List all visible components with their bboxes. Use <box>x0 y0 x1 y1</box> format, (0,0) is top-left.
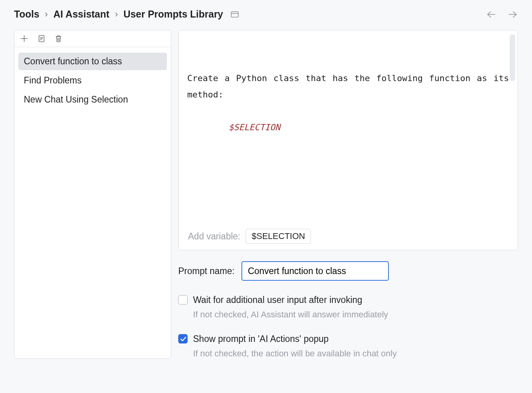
breadcrumb-ai-assistant[interactable]: AI Assistant <box>53 9 110 20</box>
add-prompt-icon[interactable] <box>20 34 28 43</box>
breadcrumb: Tools › AI Assistant › User Prompts Libr… <box>14 9 239 20</box>
show-in-actions-checkbox[interactable] <box>178 334 188 343</box>
variable-chip-selection[interactable]: $SELECTION <box>246 229 311 244</box>
copy-prompt-icon[interactable] <box>37 34 46 43</box>
prompt-list: Convert function to class Find Problems … <box>14 47 171 114</box>
nav-arrows <box>486 11 518 18</box>
breadcrumb-tools[interactable]: Tools <box>14 9 39 20</box>
prompt-variable-selection: $SELECTION <box>229 122 280 132</box>
detach-window-icon[interactable] <box>231 11 239 18</box>
wait-for-input-description: If not checked, AI Assistant will answer… <box>193 310 518 320</box>
add-variable-label: Add variable: <box>188 231 240 242</box>
forward-arrow-icon[interactable] <box>508 11 518 18</box>
wait-for-input-checkbox[interactable] <box>178 295 188 304</box>
editor-scrollbar[interactable] <box>510 34 515 81</box>
back-arrow-icon[interactable] <box>486 11 496 18</box>
sidebar-toolbar <box>14 30 171 47</box>
chevron-right-icon: › <box>45 9 48 19</box>
prompt-name-label: Prompt name: <box>178 266 234 276</box>
show-in-actions-description: If not checked, the action will be avail… <box>193 349 518 359</box>
prompt-item-find-problems[interactable]: Find Problems <box>18 72 167 89</box>
prompt-name-input[interactable] <box>241 261 389 281</box>
svg-rect-0 <box>231 12 238 17</box>
breadcrumb-user-prompts-library[interactable]: User Prompts Library <box>123 9 223 20</box>
prompt-body-text: Create a Python class that has the follo… <box>187 70 509 103</box>
wait-for-input-label: Wait for additional user input after inv… <box>193 294 362 306</box>
show-in-actions-label: Show prompt in 'AI Actions' popup <box>193 333 329 345</box>
delete-prompt-icon[interactable] <box>54 34 63 43</box>
prompt-item-new-chat-selection[interactable]: New Chat Using Selection <box>18 91 167 108</box>
prompts-sidebar: Convert function to class Find Problems … <box>14 30 171 359</box>
chevron-right-icon: › <box>115 9 118 19</box>
prompt-item-convert-function[interactable]: Convert function to class <box>18 53 167 70</box>
prompt-editor[interactable]: Create a Python class that has the follo… <box>179 30 518 224</box>
prompt-editor-panel: Create a Python class that has the follo… <box>178 30 518 250</box>
